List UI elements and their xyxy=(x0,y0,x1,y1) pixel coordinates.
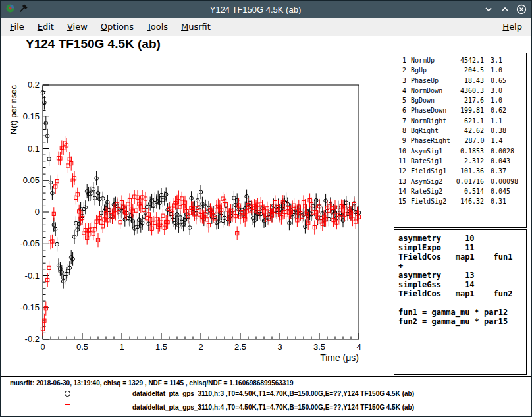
window-title: Y124 TF150G 4.5K (ab) xyxy=(32,5,479,14)
param-number: 7 xyxy=(397,117,406,127)
param-error: 1.4 xyxy=(491,137,523,147)
param-name: BgUp xyxy=(411,67,450,76)
y-tick-label: -0.05 xyxy=(20,238,40,248)
parameter-row: 13AsymSig20.017160.00098 xyxy=(397,178,523,188)
param-error: 0.37 xyxy=(491,167,523,177)
parameter-row: 3PhaseUp18.430.65 xyxy=(397,77,523,87)
param-number: 6 xyxy=(397,107,406,117)
y-tick-label: 0.15 xyxy=(23,111,40,121)
param-name: BgRight xyxy=(411,127,450,137)
param-number: 14 xyxy=(397,188,406,198)
param-name: PhaseUp xyxy=(411,77,450,87)
param-error: 1.0 xyxy=(491,97,523,107)
close-button[interactable] xyxy=(516,4,527,14)
menu-options[interactable]: Options xyxy=(94,19,140,34)
param-name: FieldSig2 xyxy=(411,198,450,208)
param-number: 5 xyxy=(397,97,406,107)
plot-title: Y124 TF150G 4.5K (ab) xyxy=(26,37,161,51)
y-tick-label: 0.2 xyxy=(28,80,40,90)
param-number: 8 xyxy=(397,127,406,137)
parameter-row: 10AsymSig10.18530.0028 xyxy=(397,148,523,157)
param-number: 15 xyxy=(397,198,406,208)
fit-status-line: musrfit: 2018-06-30, 13:19:40, chisq = 1… xyxy=(10,379,294,387)
menu-help[interactable]: Help xyxy=(496,19,529,34)
param-name: BgDown xyxy=(411,97,450,107)
param-value: 287.0 xyxy=(450,137,484,147)
param-error: 0.62 xyxy=(491,107,523,117)
y-tick-label: -0.2 xyxy=(25,334,40,344)
param-error: 0.00098 xyxy=(491,178,523,188)
theory-text: asymmetry 10 simplExpo 11 TFieldCos map1… xyxy=(398,234,512,326)
parameter-row: 5BgDown217.61.0 xyxy=(397,97,523,107)
y-tick-label: 0 xyxy=(35,207,40,217)
param-error: 1.0 xyxy=(491,67,523,76)
hammer-icon xyxy=(18,3,28,16)
x-tick-label: 0 xyxy=(40,342,45,352)
param-number: 9 xyxy=(397,137,406,147)
param-name: NormUp xyxy=(411,57,450,67)
param-name: RateSig1 xyxy=(411,157,450,167)
menu-file[interactable]: File xyxy=(3,19,31,34)
y-tick-label: 0.1 xyxy=(28,144,40,153)
param-value: 2.312 xyxy=(450,157,484,167)
param-value: 146.32 xyxy=(450,198,484,208)
param-error: 3.1 xyxy=(491,57,523,67)
legend-row-h4: data/deltat_pta_gps_3110,h:4 ,T0=4.50K,T… xyxy=(63,403,414,412)
parameter-row: 1NormUp4542.13.1 xyxy=(397,57,523,67)
y-tick-label: 0.05 xyxy=(23,175,40,185)
minimize-button[interactable] xyxy=(483,4,494,14)
param-error: 3.0 xyxy=(491,87,523,97)
x-tick-label: 1.5 xyxy=(155,342,167,352)
parameter-row: 4NormDown4360.33.0 xyxy=(397,87,523,97)
menu-tools[interactable]: Tools xyxy=(140,19,174,34)
param-value: 42.62 xyxy=(450,127,484,137)
data-series-h4 xyxy=(41,136,360,336)
param-number: 1 xyxy=(397,57,406,67)
legend-square-marker xyxy=(63,403,72,412)
parameter-table: 1NormUp4542.13.12BgUp204.51.03PhaseUp18.… xyxy=(394,53,527,228)
maximize-button[interactable] xyxy=(500,4,510,14)
param-error: 0.31 xyxy=(491,198,523,208)
root-canvas[interactable]: Y124 TF150G 4.5K (ab) 00.511.522.533.54-… xyxy=(1,36,531,416)
param-name: RateSig2 xyxy=(411,188,450,198)
legend-circle-marker xyxy=(63,389,72,398)
param-error: 0.045 xyxy=(491,188,523,198)
param-value: 4542.1 xyxy=(450,57,484,67)
param-error: 1.1 xyxy=(491,117,523,127)
param-number: 11 xyxy=(397,157,406,167)
param-number: 4 xyxy=(397,87,406,97)
param-number: 2 xyxy=(397,67,406,76)
x-tick-label: 3 xyxy=(277,342,282,352)
menu-edit[interactable]: Edit xyxy=(31,19,61,34)
param-number: 12 xyxy=(397,167,406,177)
param-number: 10 xyxy=(397,148,406,157)
window-controls xyxy=(483,4,527,14)
legend-label: data/deltat_pta_gps_3110,h:4 ,T0=4.50K,T… xyxy=(132,404,414,411)
param-number: 3 xyxy=(397,77,406,87)
titlebar-icons xyxy=(5,3,28,16)
theory-box: asymmetry 10 simplExpo 11 TFieldCos map1… xyxy=(394,229,527,375)
parameter-row: 14RateSig20.5140.045 xyxy=(397,188,523,198)
param-value: 18.43 xyxy=(450,77,484,87)
parameter-row: 8BgRight42.620.38 xyxy=(397,127,523,137)
param-value: 199.81 xyxy=(450,107,484,117)
param-error: 0.38 xyxy=(491,127,523,137)
param-value: 0.1853 xyxy=(450,148,484,157)
titlebar[interactable]: Y124 TF150G 4.5K (ab) xyxy=(1,1,531,18)
parameter-row: 7NormRight621.11.1 xyxy=(397,117,523,127)
parameter-row: 11RateSig12.3120.043 xyxy=(397,157,523,167)
param-name: PhaseRight xyxy=(411,137,450,147)
menu-view[interactable]: View xyxy=(61,19,94,34)
x-tick-label: 1 xyxy=(119,342,124,352)
x-tick-label: 0.5 xyxy=(76,342,88,352)
parameter-row: 6PhaseDown199.810.62 xyxy=(397,107,523,117)
menu-musrfit[interactable]: Musrfit xyxy=(174,19,217,34)
menubar-items: FileEditViewOptionsToolsMusrfit xyxy=(3,19,217,34)
param-value: 0.01716 xyxy=(450,178,484,188)
app-window: Y124 TF150G 4.5K (ab) FileEditViewOption… xyxy=(0,0,532,417)
x-axis-title: Time (μs) xyxy=(320,352,359,363)
app-icon xyxy=(5,3,15,16)
plot-canvas[interactable]: 00.511.522.533.54-0.2-0.15-0.1-0.0500.05… xyxy=(1,60,396,375)
param-name: NormRight xyxy=(411,117,450,127)
legend-row-h3: data/deltat_pta_gps_3110,h:3 ,T0=4.50K,T… xyxy=(63,389,414,398)
